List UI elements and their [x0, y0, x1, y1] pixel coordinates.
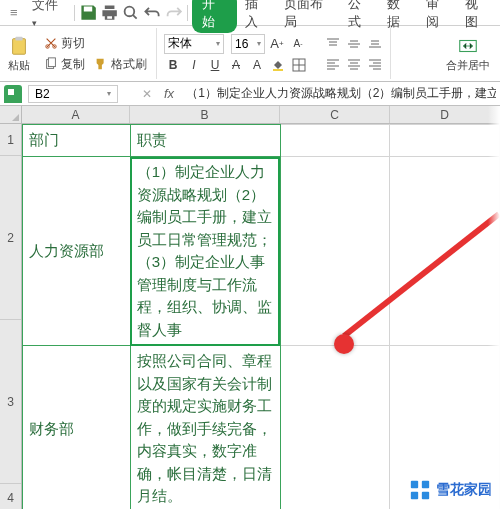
- cell-A2[interactable]: 人力资源部: [23, 157, 131, 346]
- cell-B2[interactable]: （1）制定企业人力资源战略规划（2）编制员工手册，建立员工日常管理规范；（3）制…: [130, 157, 280, 346]
- svg-rect-2: [15, 36, 22, 40]
- col-header-C[interactable]: C: [280, 106, 390, 123]
- redo-icon[interactable]: [164, 3, 183, 23]
- copy-button[interactable]: 复制: [41, 55, 88, 74]
- preview-icon[interactable]: [121, 3, 140, 23]
- print-icon[interactable]: [100, 3, 119, 23]
- font-color-button[interactable]: A: [248, 56, 266, 74]
- col-header-D[interactable]: D: [390, 106, 500, 123]
- menubar: ≡ 文件 开始 插入 页面布局 公式 数据 审阅 视图: [0, 0, 500, 26]
- toolbar: 粘贴 剪切 复制 格式刷 宋体▾ 16▾ A+ A-: [0, 26, 500, 82]
- fill-color-button[interactable]: [269, 56, 287, 74]
- fx-icon[interactable]: fx: [164, 86, 174, 101]
- home-menu[interactable]: ≡: [4, 3, 24, 22]
- bold-button[interactable]: B: [164, 56, 182, 74]
- font-grow-button[interactable]: A+: [268, 35, 286, 53]
- cell-C3[interactable]: [280, 346, 390, 510]
- row-header-4[interactable]: 4: [0, 484, 21, 509]
- merge-label: 合并居中: [446, 58, 490, 73]
- row-header-2[interactable]: 2: [0, 156, 21, 320]
- svg-rect-7: [273, 69, 283, 71]
- align-middle-button[interactable]: [345, 35, 363, 53]
- merge-center-button[interactable]: 合并居中: [442, 28, 494, 79]
- paste-label: 粘贴: [8, 58, 30, 73]
- row-headers: 1 2 3 4: [0, 124, 22, 509]
- italic-button[interactable]: I: [185, 56, 203, 74]
- cell-B3[interactable]: 按照公司合同、章程以及国家有关会计制度的规定实施财务工作，做到手续完备，内容真实…: [130, 346, 280, 510]
- cut-button[interactable]: 剪切: [41, 34, 150, 53]
- svg-rect-12: [422, 481, 429, 488]
- font-name-select[interactable]: 宋体▾: [164, 34, 224, 54]
- font-shrink-button[interactable]: A-: [289, 35, 307, 53]
- cell-D1[interactable]: [390, 125, 500, 157]
- align-bottom-button[interactable]: [366, 35, 384, 53]
- align-left-button[interactable]: [324, 55, 342, 73]
- cell-C1[interactable]: [280, 125, 390, 157]
- file-menu[interactable]: 文件: [26, 0, 70, 31]
- sheet-area: A B C D 1 2 3 4 部门 职责 人力资源部 （1）制定企业人力资源战…: [0, 106, 500, 509]
- divider: [74, 5, 75, 21]
- watermark-text: 雪花家园: [436, 481, 492, 499]
- align-center-button[interactable]: [345, 55, 363, 73]
- svg-rect-6: [48, 58, 55, 67]
- cell-B1[interactable]: 职责: [130, 125, 280, 157]
- align-top-button[interactable]: [324, 35, 342, 53]
- col-header-A[interactable]: A: [22, 106, 130, 123]
- divider: [187, 5, 188, 21]
- row-header-3[interactable]: 3: [0, 320, 21, 484]
- formula-input[interactable]: （1）制定企业人力资源战略规划（2）编制员工手册，建立: [180, 85, 496, 102]
- cell-A3[interactable]: 财务部: [23, 346, 131, 510]
- svg-rect-14: [422, 492, 429, 499]
- row-header-1[interactable]: 1: [0, 124, 21, 156]
- align-right-button[interactable]: [366, 55, 384, 73]
- col-header-B[interactable]: B: [130, 106, 280, 123]
- cell-D2[interactable]: [390, 157, 500, 346]
- svg-point-0: [125, 6, 135, 16]
- fx-cancel-icon[interactable]: ✕: [142, 87, 152, 101]
- format-painter-button[interactable]: 格式刷: [91, 55, 150, 74]
- cell-C2[interactable]: [280, 157, 390, 346]
- grid: 部门 职责 人力资源部 （1）制定企业人力资源战略规划（2）编制员工手册，建立员…: [22, 124, 500, 509]
- svg-rect-1: [13, 38, 26, 54]
- svg-rect-13: [411, 492, 418, 499]
- cell-A1[interactable]: 部门: [23, 125, 131, 157]
- select-all-corner[interactable]: [0, 106, 22, 124]
- column-headers: A B C D: [22, 106, 500, 124]
- save-icon[interactable]: [79, 3, 98, 23]
- paste-button[interactable]: 粘贴: [4, 28, 34, 79]
- watermark: 雪花家园: [409, 479, 492, 501]
- sheet-corner-icon: [4, 85, 22, 103]
- undo-icon[interactable]: [143, 3, 162, 23]
- svg-rect-11: [411, 481, 418, 488]
- name-box[interactable]: B2▾: [28, 85, 118, 103]
- strike-button[interactable]: A: [227, 56, 245, 74]
- font-size-select[interactable]: 16▾: [231, 34, 265, 54]
- underline-button[interactable]: U: [206, 56, 224, 74]
- border-button[interactable]: [290, 56, 308, 74]
- annotation-dot: [334, 334, 354, 354]
- formula-bar: B2▾ ✕ fx （1）制定企业人力资源战略规划（2）编制员工手册，建立: [0, 82, 500, 106]
